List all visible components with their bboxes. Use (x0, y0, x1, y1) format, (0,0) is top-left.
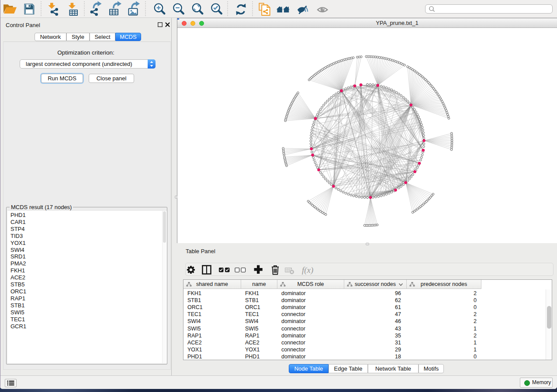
svg-text:f(x): f(x) (302, 265, 313, 275)
